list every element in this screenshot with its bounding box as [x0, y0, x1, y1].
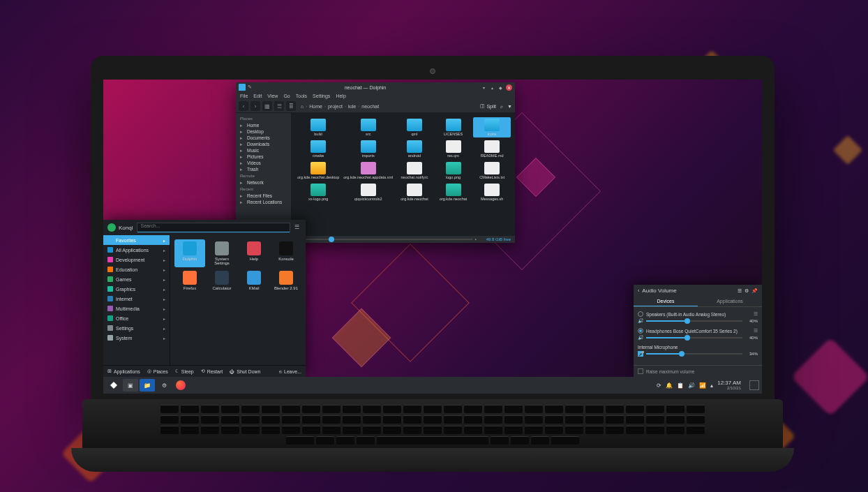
search-input[interactable]: Search...: [137, 223, 290, 232]
category-games[interactable]: Games▸: [103, 274, 170, 284]
zoom-in-icon[interactable]: ▪: [475, 237, 477, 241]
category-development[interactable]: Development▸: [103, 255, 170, 264]
close-button[interactable]: ✕: [506, 84, 512, 91]
menu-icon[interactable]: ☰: [754, 311, 758, 317]
place-music[interactable]: ▸Music: [236, 147, 291, 154]
app-kmail[interactable]: KMail: [239, 269, 269, 292]
home-icon[interactable]: ⌂: [301, 104, 304, 109]
task-manager-button[interactable]: ▣: [123, 379, 138, 392]
menu-edit[interactable]: Edit: [253, 94, 262, 98]
app-system-settings[interactable]: System Settings: [207, 239, 237, 267]
category-all-applications[interactable]: All Applications▸: [103, 245, 170, 255]
taskbar-settings[interactable]: ⚙: [156, 379, 172, 392]
category-settings[interactable]: Settings▸: [103, 323, 170, 333]
configure-icon[interactable]: ⚙: [744, 288, 749, 294]
crumb-project[interactable]: project: [328, 104, 343, 109]
restart-button[interactable]: ⟲Restart: [201, 368, 223, 374]
place-recent-locations[interactable]: ▸Recent Locations: [236, 199, 291, 205]
minimize-button[interactable]: ▾: [481, 84, 487, 91]
file-item[interactable]: res.qrc: [435, 139, 472, 159]
file-item[interactable]: org.kde.neochat: [435, 182, 472, 202]
tray-volume-icon[interactable]: 🔊: [688, 382, 695, 389]
mic-slider[interactable]: [646, 353, 742, 355]
file-item[interactable]: build: [296, 117, 341, 137]
file-item[interactable]: icons: [473, 117, 511, 137]
zoom-slider[interactable]: ▫ ▪: [289, 237, 477, 241]
raise-max-checkbox[interactable]: [638, 368, 643, 374]
file-item[interactable]: org.kde.neochat.desktop: [296, 161, 341, 181]
place-desktop[interactable]: ▸Desktop: [236, 128, 291, 135]
file-item[interactable]: logo.png: [435, 161, 472, 181]
place-network[interactable]: ▸Network: [236, 179, 291, 186]
menu-icon[interactable]: ☰: [738, 288, 742, 294]
device-radio[interactable]: [638, 328, 643, 334]
file-item[interactable]: org.kde.neochat.appdata.xml: [342, 161, 394, 181]
tab-places[interactable]: ◎Places: [147, 368, 168, 374]
speaker-icon[interactable]: 🔊: [638, 318, 643, 324]
menu-icon[interactable]: ☰: [754, 328, 758, 334]
file-item[interactable]: cmake: [296, 139, 341, 159]
clock[interactable]: 12:37 AM 2/10/21: [717, 380, 741, 390]
keep-above-button[interactable]: ◆: [497, 84, 504, 91]
view-details-button[interactable]: ≣: [286, 101, 296, 111]
view-compact-button[interactable]: ☰: [274, 101, 284, 111]
tray-network-icon[interactable]: 📶: [699, 382, 706, 389]
split-button[interactable]: ◫Split: [480, 103, 496, 109]
dolphin-titlebar[interactable]: ✎ neochat — Dolphin ▾ ▴ ◆ ✕: [236, 82, 515, 92]
back-button[interactable]: ‹: [239, 101, 248, 111]
volume-slider[interactable]: [646, 337, 742, 338]
crumb-home[interactable]: Home: [309, 104, 322, 109]
device-radio[interactable]: [638, 311, 643, 317]
app-help[interactable]: Help: [239, 239, 269, 267]
taskbar-firefox[interactable]: [173, 379, 188, 392]
file-item[interactable]: README.md: [473, 139, 511, 159]
back-icon[interactable]: ‹: [638, 288, 639, 293]
leave-button[interactable]: ⎋Leave...: [279, 369, 301, 374]
crumb-neochat[interactable]: neochat: [361, 104, 379, 109]
place-home[interactable]: ▸Home: [236, 122, 291, 128]
category-office[interactable]: Office▸: [103, 313, 170, 323]
file-item[interactable]: src: [342, 117, 394, 137]
menu-file[interactable]: File: [240, 94, 248, 98]
file-item[interactable]: Messages.sh: [473, 182, 511, 202]
file-item[interactable]: qtquickcontrols2: [342, 182, 394, 202]
file-item[interactable]: imports: [342, 139, 394, 159]
tray-clipboard-icon[interactable]: 📋: [677, 382, 684, 389]
tray-updates-icon[interactable]: ⟳: [657, 382, 661, 389]
menu-settings[interactable]: Settings: [313, 94, 330, 98]
file-item[interactable]: qml: [396, 117, 433, 137]
menu-view[interactable]: View: [267, 94, 278, 98]
launcher-button[interactable]: [106, 379, 121, 392]
app-dolphin[interactable]: Dolphin: [174, 239, 205, 267]
category-graphics[interactable]: Graphics▸: [103, 284, 170, 294]
file-item[interactable]: neochat.notifyrc: [396, 161, 433, 181]
category-internet[interactable]: Internet▸: [103, 294, 170, 304]
file-item[interactable]: android: [396, 139, 433, 159]
maximize-button[interactable]: ▴: [489, 84, 495, 91]
place-videos[interactable]: ▸Videos: [236, 160, 291, 166]
file-item[interactable]: xx-logo.png: [296, 182, 341, 202]
file-item[interactable]: LICENSES: [435, 117, 472, 137]
place-trash[interactable]: ▸Trash: [236, 166, 291, 172]
place-documents[interactable]: ▸Documents: [236, 135, 291, 141]
place-recent-files[interactable]: ▸Recent Files: [236, 193, 291, 199]
app-firefox[interactable]: Firefox: [174, 269, 205, 292]
filter-icon[interactable]: ▼: [507, 104, 512, 109]
menu-help[interactable]: Help: [336, 94, 345, 98]
search-icon[interactable]: ⌕: [500, 104, 503, 109]
mic-icon[interactable]: 🎤: [638, 351, 643, 357]
speaker-icon[interactable]: 🔊: [638, 335, 643, 341]
place-downloads[interactable]: ▸Downloads: [236, 141, 291, 147]
forward-button[interactable]: ›: [250, 101, 260, 111]
taskbar-dolphin[interactable]: 📁: [140, 379, 155, 392]
category-education[interactable]: Education▸: [103, 264, 170, 274]
menu-tools[interactable]: Tools: [296, 94, 307, 98]
crumb-kde[interactable]: kde: [348, 104, 356, 109]
tab-devices[interactable]: Devices: [634, 297, 698, 306]
category-multimedia[interactable]: Multimedia▸: [103, 304, 170, 313]
pin-icon[interactable]: 📌: [751, 288, 758, 294]
user-header[interactable]: Konqi: [107, 223, 133, 232]
tray-chevron-icon[interactable]: ▴: [710, 382, 713, 389]
tab-applications[interactable]: ⊞Applications: [107, 368, 140, 374]
app-calculator[interactable]: Calculator: [207, 269, 237, 292]
